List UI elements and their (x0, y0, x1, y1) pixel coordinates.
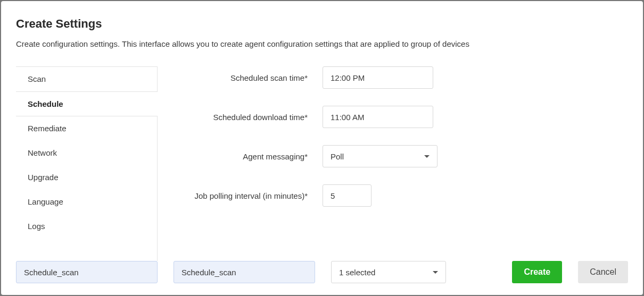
agent-messaging-select[interactable]: Poll (323, 145, 437, 167)
job-polling-interval-input[interactable] (323, 184, 371, 207)
agent-messaging-value: Poll (331, 152, 344, 161)
group-select-value: 1 selected (339, 268, 375, 277)
cancel-button[interactable]: Cancel (578, 261, 628, 283)
sidebar-item-label: Logs (28, 222, 45, 231)
modal-header: Create Settings Create configuration set… (1, 1, 643, 48)
sidebar-item-label: Schedule (28, 99, 63, 108)
label-scheduled-download-time: Scheduled download time* (174, 113, 323, 122)
label-agent-messaging: Agent messaging* (174, 152, 323, 161)
scheduled-scan-time-input[interactable] (323, 66, 433, 89)
create-settings-modal: Create Settings Create configuration set… (1, 1, 643, 295)
sidebar-item-upgrade[interactable]: Upgrade (16, 165, 157, 190)
row-job-polling-interval: Job polling interval (in minutes)* (174, 184, 628, 207)
settings-name-input-1[interactable] (16, 261, 158, 283)
modal-footer: 1 selected Create Cancel (1, 261, 643, 295)
sidebar-item-remediate[interactable]: Remediate (16, 116, 157, 141)
modal-content: Scan Schedule Remediate Network Upgrade … (1, 48, 643, 261)
settings-name-input-2[interactable] (174, 261, 315, 283)
sidebar-item-label: Upgrade (28, 173, 59, 182)
scheduled-download-time-input[interactable] (323, 106, 433, 128)
sidebar-item-language[interactable]: Language (16, 190, 157, 214)
row-scheduled-scan-time: Scheduled scan time* (174, 66, 628, 89)
sidebar-item-label: Network (28, 148, 57, 157)
group-select[interactable]: 1 selected (331, 261, 446, 283)
schedule-form: Scheduled scan time* Scheduled download … (158, 64, 628, 261)
create-button[interactable]: Create (512, 261, 562, 283)
label-scheduled-scan-time: Scheduled scan time* (174, 73, 323, 82)
sidebar-item-network[interactable]: Network (16, 141, 157, 165)
settings-tabs-sidebar: Scan Schedule Remediate Network Upgrade … (16, 66, 158, 261)
page-subtitle: Create configuration settings. This inte… (16, 39, 628, 48)
label-job-polling-interval: Job polling interval (in minutes)* (174, 191, 323, 200)
chevron-down-icon (433, 271, 438, 274)
row-agent-messaging: Agent messaging* Poll (174, 145, 628, 167)
sidebar-item-scan[interactable]: Scan (16, 67, 157, 91)
sidebar-item-label: Language (28, 197, 63, 206)
sidebar-item-logs[interactable]: Logs (16, 214, 157, 239)
sidebar-item-label: Scan (28, 74, 46, 83)
row-scheduled-download-time: Scheduled download time* (174, 106, 628, 128)
chevron-down-icon (424, 155, 430, 158)
page-title: Create Settings (16, 17, 628, 31)
sidebar-item-label: Remediate (28, 124, 67, 133)
sidebar-item-schedule[interactable]: Schedule (16, 91, 157, 116)
